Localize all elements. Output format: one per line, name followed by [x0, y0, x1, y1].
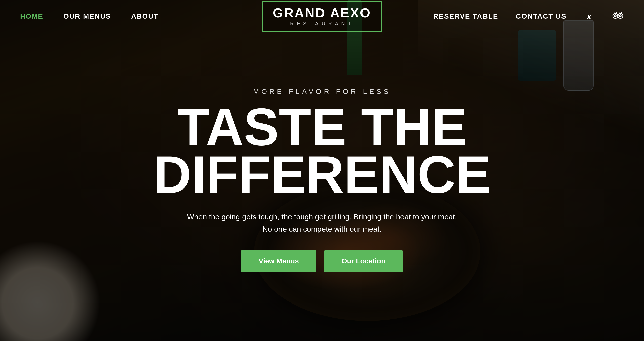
navbar: HOME OUR MENUS ABOUT GRAND AEXO RESTAURA… — [0, 0, 644, 33]
svg-point-4 — [615, 15, 616, 16]
nav-link-reserve-table[interactable]: RESERVE TABLE — [433, 12, 498, 20]
hero-buttons: View Menus Our Location — [146, 250, 498, 272]
nav-link-about[interactable]: ABOUT — [131, 12, 159, 20]
hero-content: MORE FLAVOR FOR LESS TASTE THE DIFFERENC… — [146, 87, 498, 272]
hero-description: When the going gets tough, the tough get… — [146, 211, 498, 235]
hero-desc-line2: No one can compete with our meat. — [146, 223, 498, 235]
nav-right: RESERVE TABLE CONTACT US x — [433, 11, 624, 22]
logo[interactable]: GRAND AEXO RESTAURANT — [262, 1, 382, 32]
yelp-icon[interactable]: x — [584, 11, 594, 21]
nav-left: HOME OUR MENUS ABOUT — [20, 12, 159, 20]
hero-title-line1: TASTE THE — [146, 103, 498, 150]
hero-tagline: MORE FLAVOR FOR LESS — [146, 87, 498, 95]
hero-title: TASTE THE DIFFERENCE — [146, 103, 498, 198]
nav-link-home[interactable]: HOME — [20, 12, 43, 20]
tripadvisor-icon[interactable] — [612, 11, 624, 22]
logo-sub: RESTAURANT — [273, 21, 371, 27]
view-menus-button[interactable]: View Menus — [241, 250, 316, 272]
hero-title-line2: DIFFERENCE — [146, 150, 498, 198]
our-location-button[interactable]: Our Location — [324, 250, 403, 272]
logo-name: GRAND AEXO — [273, 6, 371, 19]
svg-point-8 — [617, 15, 619, 17]
nav-link-our-menus[interactable]: OUR MENUS — [63, 12, 111, 20]
hero-desc-line1: When the going gets tough, the tough get… — [146, 211, 498, 223]
svg-point-5 — [620, 15, 621, 16]
nav-link-contact-us[interactable]: CONTACT US — [516, 12, 567, 20]
